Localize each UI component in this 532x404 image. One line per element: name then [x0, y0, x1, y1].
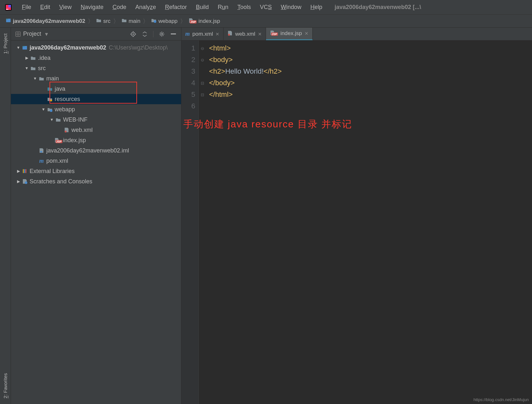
intellij-logo-icon [5, 4, 12, 11]
menu-analyze[interactable]: Analyze [131, 2, 161, 13]
breadcrumb-item[interactable]: src [94, 17, 113, 25]
breadcrumb-item[interactable]: main [120, 17, 142, 25]
code-line[interactable]: </body> [209, 77, 532, 89]
jsp-icon: JSP [55, 137, 61, 143]
tree-node-Scratches-and-Consoles[interactable]: ▶Scratches and Consoles [11, 176, 181, 187]
src-folder-icon [47, 86, 53, 92]
code-line[interactable]: <html> [209, 42, 532, 54]
gear-icon[interactable] [159, 31, 165, 37]
tree-node-src[interactable]: ▼src [11, 63, 181, 73]
code-line[interactable]: </html> [209, 89, 532, 100]
tree-node-web-xml[interactable]: web.xml [11, 125, 181, 135]
tree-node-resources[interactable]: resources [11, 94, 181, 104]
tree-sublabel: C:\Users\wgz\Desktop\ [109, 44, 168, 51]
project-tree[interactable]: ▼java2006day62mavenweb02C:\Users\wgz\Des… [11, 41, 181, 404]
code-line[interactable]: <h2>Hello World!</h2> [209, 66, 532, 77]
editor-tab-index-jsp[interactable]: JSPindex.jsp✕ [266, 28, 313, 40]
tree-label: java2006day62mavenweb02.iml [46, 147, 129, 154]
jsp-icon: JSP [270, 30, 278, 37]
tree-label: WEB-INF [63, 116, 87, 123]
tree-arrow-icon[interactable]: ▼ [33, 76, 37, 81]
svg-point-24 [50, 109, 52, 112]
fold-marker-icon[interactable]: ⊟ [199, 89, 206, 100]
menu-refactor[interactable]: Refactor [161, 2, 191, 13]
locate-icon[interactable] [130, 31, 136, 37]
expand-all-icon[interactable] [142, 31, 148, 37]
tree-arrow-icon[interactable]: ▶ [16, 169, 21, 173]
breadcrumb-item[interactable]: java2006day62mavenweb02 [4, 17, 87, 25]
menu-view[interactable]: View [55, 2, 76, 13]
tool-window-title[interactable]: Project ▾ [15, 31, 48, 38]
breadcrumb-item[interactable]: webapp [149, 17, 179, 25]
menu-build[interactable]: Build [191, 2, 213, 13]
folder-icon [30, 65, 36, 71]
line-number: 5 [181, 89, 195, 100]
tree-label: Scratches and Consoles [30, 178, 92, 185]
line-number: 2 [181, 54, 195, 66]
line-number: 1 [181, 42, 195, 54]
menu-tools[interactable]: Tools [233, 2, 255, 13]
favorites-tool-tab[interactable]: 2: Favorites [1, 370, 9, 401]
menu-run[interactable]: Run [213, 2, 233, 13]
fold-marker-icon[interactable]: ⊖ [199, 42, 206, 54]
editor-tab-pom-xml[interactable]: mpom.xml✕ [181, 28, 224, 40]
tree-arrow-icon[interactable]: ▼ [24, 66, 29, 70]
menu-navigate[interactable]: Navigate [76, 2, 108, 13]
tree-node-WEB-INF[interactable]: ▼WEB-INF [11, 115, 181, 125]
tree-node-webapp[interactable]: ▼webapp [11, 104, 181, 115]
tree-label: External Libraries [30, 168, 75, 175]
tree-arrow-icon[interactable]: ▼ [50, 117, 54, 122]
tree-label: webapp [55, 106, 75, 113]
menu-vcs[interactable]: VCS [255, 2, 276, 13]
tree-arrow-icon[interactable]: ▶ [24, 56, 29, 60]
watermark-text: https://blog.csdn.net/JinMujun [473, 397, 529, 402]
svg-rect-22 [23, 46, 24, 47]
tree-arrow-icon[interactable]: ▼ [41, 107, 46, 112]
close-icon[interactable]: ✕ [258, 32, 262, 37]
menu-help[interactable]: Help [306, 2, 327, 13]
svg-point-19 [161, 33, 163, 35]
menu-edit[interactable]: Edit [36, 2, 55, 13]
tree-node-java2006day62mavenweb02[interactable]: ▼java2006day62mavenweb02C:\Users\wgz\Des… [11, 42, 181, 53]
svg-rect-27 [23, 169, 24, 173]
svg-rect-28 [24, 169, 25, 173]
tree-arrow-icon[interactable]: ▼ [16, 45, 21, 50]
code-line[interactable] [209, 100, 532, 112]
tree-node-External-Libraries[interactable]: ▶External Libraries [11, 166, 181, 176]
tree-node-java2006day62mavenweb02-iml[interactable]: java2006day62mavenweb02.iml [11, 145, 181, 156]
tree-node--idea[interactable]: ▶.idea [11, 53, 181, 63]
tree-node-index-jsp[interactable]: JSPindex.jsp [11, 135, 181, 145]
iml-icon [39, 148, 44, 153]
editor-tab-web-xml[interactable]: web.xml✕ [224, 28, 266, 40]
breadcrumb-bar: java2006day62mavenweb02〉src〉main〉webapp〉… [0, 15, 532, 28]
tree-node-pom-xml[interactable]: mpom.xml [11, 156, 181, 166]
menu-code[interactable]: Code [108, 2, 131, 13]
close-icon[interactable]: ✕ [305, 31, 308, 36]
tree-node-main[interactable]: ▼main [11, 73, 181, 84]
tree-label: src [38, 65, 46, 72]
close-icon[interactable]: ✕ [216, 32, 219, 37]
tree-node-java[interactable]: java [11, 84, 181, 94]
fold-gutter[interactable]: ⊖⊖⊟⊟ [199, 41, 206, 404]
xml-icon [64, 127, 69, 133]
line-number: 6 [181, 100, 195, 112]
menu-window[interactable]: Window [276, 2, 306, 13]
project-tool-tab[interactable]: 1: Project [1, 30, 9, 57]
tree-label: resources [55, 96, 80, 103]
breadcrumb-item[interactable]: JSPindex.jsp [187, 17, 222, 25]
menu-file[interactable]: File [17, 2, 36, 13]
line-number: 4 [181, 77, 195, 89]
tree-label: .idea [38, 55, 50, 61]
tree-label: java2006day62mavenweb02 [30, 44, 106, 51]
svg-point-25 [65, 131, 67, 133]
hide-icon[interactable] [170, 31, 177, 37]
editor-body[interactable]: 123456 ⊖⊖⊟⊟ 手动创建 java resource 目录 并标记 <h… [181, 41, 532, 404]
fold-marker-icon[interactable]: ⊟ [199, 77, 206, 89]
svg-rect-2 [8, 5, 11, 7]
svg-rect-29 [25, 169, 26, 173]
code-area[interactable]: 手动创建 java resource 目录 并标记 <html><body><h… [206, 41, 532, 404]
fold-marker-icon[interactable]: ⊖ [199, 54, 206, 66]
code-line[interactable]: <body> [209, 54, 532, 66]
project-icon [15, 32, 21, 37]
tree-arrow-icon[interactable]: ▶ [16, 179, 21, 184]
